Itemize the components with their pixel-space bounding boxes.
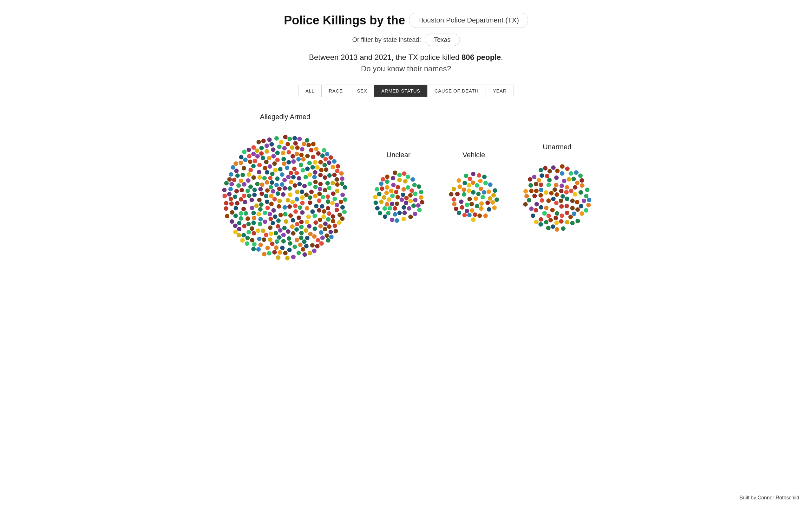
cluster-canvas-allegedly-armed[interactable] <box>215 127 355 267</box>
department-selector[interactable]: Houston Police Department (TX) <box>409 13 528 28</box>
tab-bar: ALLRACESEXARMED STATUSCAUSE OF DEATHYEAR <box>298 84 514 97</box>
tab-race[interactable]: RACE <box>322 85 350 97</box>
cluster-canvas-unarmed[interactable] <box>517 158 597 237</box>
cluster-group-unclear: Unclear <box>367 151 430 229</box>
cluster-label-vehicle: Vehicle <box>462 151 485 159</box>
killed-count: 806 people <box>461 53 501 61</box>
author-link[interactable]: Connor Rothschild <box>757 495 799 500</box>
tagline: Do you know their names? <box>190 64 622 73</box>
title-row: Police Killings by the Houston Police De… <box>190 13 622 28</box>
tab-cause-of-death[interactable]: CAUSE OF DEATH <box>427 85 486 97</box>
tab-all[interactable]: ALL <box>299 85 322 97</box>
tab-armed-status[interactable]: ARMED STATUS <box>374 85 427 97</box>
state-selector[interactable]: Texas <box>425 34 460 46</box>
cluster-group-unarmed: Unarmed <box>517 143 597 237</box>
filter-label: Or filter by state instead: <box>352 36 421 43</box>
cluster-canvas-unclear[interactable] <box>367 165 430 229</box>
tab-year[interactable]: YEAR <box>486 85 513 97</box>
cluster-group-vehicle: Vehicle <box>442 151 506 229</box>
clusters-row: Allegedly ArmedUnclearVehicleUnarmed <box>190 113 622 267</box>
page-title: Police Killings by the <box>284 14 405 27</box>
stats-text: Between 2013 and 2021, the TX police kil… <box>190 53 622 62</box>
cluster-label-allegedly-armed: Allegedly Armed <box>260 113 310 121</box>
tab-sex[interactable]: SEX <box>350 85 374 97</box>
cluster-label-unclear: Unclear <box>386 151 410 159</box>
footer: Built by Connor Rothschild <box>740 495 799 501</box>
cluster-group-allegedly-armed: Allegedly Armed <box>215 113 355 267</box>
page-wrapper: Police Killings by the Houston Police De… <box>184 0 628 507</box>
cluster-canvas-vehicle[interactable] <box>442 165 506 229</box>
cluster-label-unarmed: Unarmed <box>543 143 571 151</box>
filter-row: Or filter by state instead: Texas <box>190 34 622 46</box>
